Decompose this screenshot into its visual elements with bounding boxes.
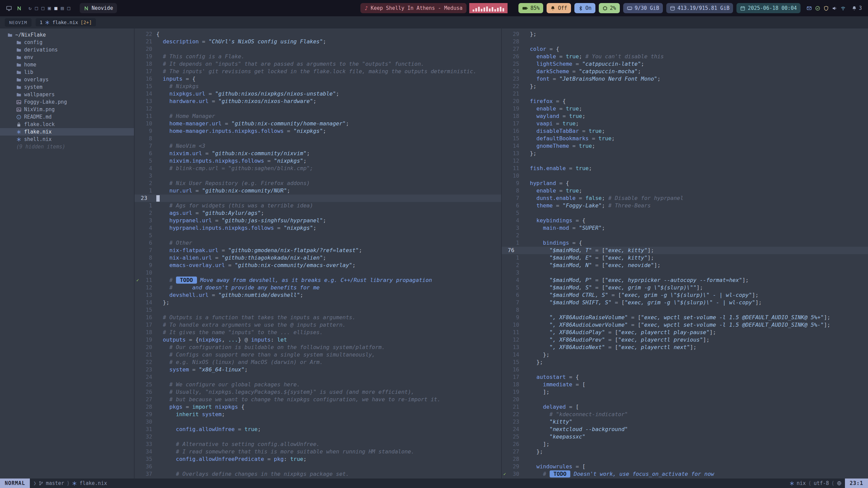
clock-badge[interactable]: 2025-06-18 00:04	[736, 3, 801, 13]
code-line[interactable]: 8 enable = true;	[502, 187, 868, 195]
notifications-badge[interactable]: Off	[547, 3, 571, 13]
code-line[interactable]: 5 nixvim.inputs.nixpkgs.follows = "nixpk…	[135, 157, 501, 165]
code-line[interactable]: 2	[502, 232, 868, 239]
code-line[interactable]: 19 ];	[502, 388, 868, 396]
code-line[interactable]: 13 ", XF86AudioNext" = ["exec, playerctl…	[502, 344, 868, 351]
code-line[interactable]: 15	[135, 306, 501, 314]
code-line[interactable]: 14 gnomeTheme = true;	[502, 142, 868, 150]
code-line[interactable]: 12 ", XF86AudioPrev" = ["exec, playerctl…	[502, 336, 868, 344]
code-line[interactable]: 27 color = {	[502, 45, 868, 53]
code-line[interactable]: 21	[502, 90, 868, 98]
wifi-icon[interactable]	[841, 6, 846, 11]
code-line[interactable]: 27 };	[502, 448, 868, 455]
code-line[interactable]: 10 ", XF86AudioLowerVolume" = ["exec, wp…	[502, 321, 868, 329]
tree-item-wallpapers[interactable]: wallpapers	[0, 91, 134, 98]
code-line[interactable]: 21 # Configs can support more than a sin…	[135, 351, 501, 359]
code-line[interactable]: 9 hyprland = {	[502, 180, 868, 187]
code-line[interactable]: 11 fish.enable = true;	[502, 165, 868, 172]
tree-item-readme.md[interactable]: README.md	[0, 113, 134, 121]
tree-item-shell.nix[interactable]: shell.nix	[0, 136, 134, 143]
code-line[interactable]: 9 home-manager.inputs.nixpkgs.follows = …	[135, 127, 501, 135]
code-line[interactable]: 7 dunst.enable = false; # Disable for hy…	[502, 195, 868, 202]
buffer-tab-flake-nix[interactable]: 1 flake.nix [2+]	[36, 18, 96, 26]
code-line[interactable]: 13 hardware.url = "github:nixos/nixos-ha…	[135, 98, 501, 105]
code-line[interactable]: 33 # Alternative to setting config.allow…	[135, 441, 501, 448]
code-line[interactable]: 10	[135, 269, 501, 277]
code-line[interactable]: ✓11 # TODO Move away from devshell, as i…	[135, 277, 501, 284]
code-line[interactable]: 29 windowrules = [	[502, 463, 868, 470]
code-line[interactable]: 18 wayland = true;	[502, 113, 868, 120]
code-line[interactable]: 24 darkScheme = "catppuccin-mocha";	[502, 68, 868, 75]
code-line[interactable]: 17 autostart = {	[502, 373, 868, 381]
code-line[interactable]: 13 devshell.url = "github:numtide/devshe…	[135, 291, 501, 299]
code-line[interactable]: 22 # "kdeconnect-indicator"	[502, 411, 868, 418]
code-line[interactable]: 5	[502, 209, 868, 217]
code-line[interactable]: 28 pkgs = import nixpkgs {	[135, 403, 501, 411]
code-line[interactable]: 1 nur.url = "github:nix-community/NUR";	[135, 187, 501, 195]
memory-badge[interactable]: 9/30 GiB	[623, 3, 663, 13]
code-line[interactable]: 3	[135, 172, 501, 180]
code-line[interactable]: 2 "$mainMod, N" = ["exec, neovide"];	[502, 262, 868, 269]
code-line[interactable]: 76 "$mainMod, T" = ["exec, kitty"];	[502, 247, 868, 254]
code-line[interactable]: 23 font = "JetBrainsMono Nerd Font Mono"…	[502, 75, 868, 83]
code-line[interactable]: 6 theme = "Foggy-Lake"; # Three-Bears	[502, 202, 868, 209]
code-line[interactable]: 8	[502, 306, 868, 314]
code-line[interactable]: 27 # but because we want to change the n…	[135, 396, 501, 403]
tree-item-env[interactable]: env	[0, 54, 134, 61]
code-line[interactable]: 35 config.allowUnfreePredicate = pkg: tr…	[135, 455, 501, 463]
code-line[interactable]: 26 enable = true; # You can't disable th…	[502, 53, 868, 60]
workspace-icon-2[interactable]: □	[35, 5, 38, 11]
tray-count-group[interactable]: 3	[852, 5, 862, 11]
code-line[interactable]: 14 nixpkgs.url = "github:nixos/nixpkgs/n…	[135, 90, 501, 98]
code-line[interactable]: 7 "$mainMod SHIFT, S" = ["exec, grim -g …	[502, 299, 868, 306]
code-line[interactable]: 32	[135, 433, 501, 441]
shield-icon[interactable]	[824, 6, 829, 11]
monitor-icon[interactable]	[6, 5, 12, 11]
git-branch-label[interactable]: master	[46, 480, 64, 486]
code-line[interactable]: 26 # Usually, "nixpkgs.legacyPackages.${…	[135, 388, 501, 396]
code-line[interactable]: 30	[135, 418, 501, 426]
code-line[interactable]: 9 ", XF86AudioRaiseVolume" = ["exec, wpc…	[502, 314, 868, 321]
code-line[interactable]: 28	[502, 38, 868, 45]
workspace-icon-6[interactable]: ▤	[61, 5, 64, 11]
code-line[interactable]: 23 system = "x86_64-linux";	[135, 366, 501, 373]
code-line[interactable]: 21 delayed = [	[502, 403, 868, 411]
workspace-icon-5[interactable]: ■	[54, 5, 57, 11]
code-line[interactable]: 12	[135, 105, 501, 113]
code-line[interactable]: 17 vaapi = true;	[502, 120, 868, 127]
code-line[interactable]: 26 ];	[502, 441, 868, 448]
explorer-tab[interactable]: NEOVIM	[5, 18, 32, 27]
code-line[interactable]: 17 # The inputs' git revisions get locke…	[135, 68, 501, 75]
code-line[interactable]: 2 ags.url = "github:Aylur/ags";	[135, 209, 501, 217]
tree-item-foggy-lake.png[interactable]: Foggy-Lake.png	[0, 98, 134, 106]
code-line[interactable]: 14 };	[502, 351, 868, 359]
tree-item-home[interactable]: home	[0, 61, 134, 68]
code-line[interactable]: 31 config.allowUnfree = true;	[135, 426, 501, 433]
code-line[interactable]: 6 "$mainMod CTRL, S" = ["exec, grim -g \…	[502, 291, 868, 299]
tree-item-nixvim.png[interactable]: NixVim.png	[0, 106, 134, 113]
code-line[interactable]: 5	[135, 232, 501, 239]
code-line[interactable]: 14 };	[135, 299, 501, 306]
code-line[interactable]: 11 ", XF86AudioPlay" = ["exec, playerctl…	[502, 329, 868, 336]
code-line[interactable]: 15 # Nixpkgs	[135, 83, 501, 90]
code-line[interactable]: 25 "keepassxc"	[502, 433, 868, 441]
code-line[interactable]: 34 # I read somewhere that this is more …	[135, 448, 501, 455]
code-line[interactable]: 4 keybindings = {	[502, 217, 868, 224]
code-line[interactable]: 21 description = "ChUrl's NixOS config u…	[135, 38, 501, 45]
code-line[interactable]: 9 emacs-overlay.url = "github:nix-commun…	[135, 262, 501, 269]
code-line[interactable]: 15 };	[502, 359, 868, 366]
code-line[interactable]: 24 "nextcloud --background"	[502, 426, 868, 433]
code-line[interactable]: 36	[135, 463, 501, 470]
message-icon[interactable]	[807, 6, 812, 11]
tree-item-lib[interactable]: lib	[0, 68, 134, 76]
code-line[interactable]: 7 # NeoVim <3	[135, 142, 501, 150]
tree-item-derivations[interactable]: derivations	[0, 46, 134, 54]
code-line[interactable]: 7 nix-flatpak.url = "github:gmodena/nix-…	[135, 247, 501, 254]
code-line[interactable]: 18 immediate = [	[502, 381, 868, 388]
code-line[interactable]: 4 hyprpanel.inputs.nixpkgs.follows = "ni…	[135, 224, 501, 232]
code-line[interactable]: 16 inputs = {	[135, 75, 501, 83]
code-line[interactable]: 20 firefox = {	[502, 98, 868, 105]
neovide-app-badge[interactable]: Neovide	[80, 3, 117, 13]
workspace-icon-4[interactable]: ▣	[48, 5, 51, 11]
tree-item-config[interactable]: config	[0, 39, 134, 46]
